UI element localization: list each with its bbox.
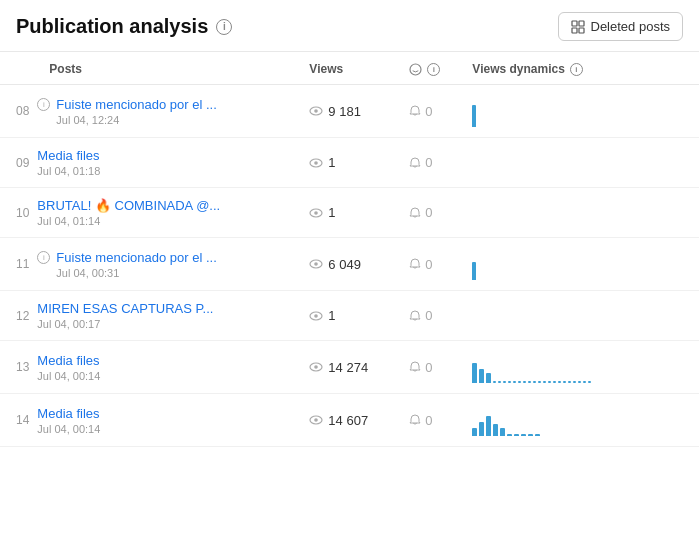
bar-segment <box>563 381 566 383</box>
bar-segment <box>472 105 476 127</box>
publications-table: Posts Views i Views dyn <box>0 52 699 447</box>
reaction-icon <box>409 157 421 169</box>
row-dynamics <box>456 341 699 394</box>
row-reactions: 0 <box>393 85 456 138</box>
svg-rect-0 <box>572 21 577 26</box>
table-row: 11iFuiste mencionado por el ...Jul 04, 0… <box>0 238 699 291</box>
post-date: Jul 04, 01:14 <box>37 215 220 227</box>
bar-segment <box>583 381 586 383</box>
bar-segment <box>472 262 476 280</box>
row-dynamics <box>456 188 699 238</box>
reactions-count: 0 <box>425 360 432 375</box>
table-container: Posts Views i Views dyn <box>0 52 699 542</box>
bar-chart <box>472 351 683 383</box>
row-num: 14 <box>0 394 33 447</box>
row-views: 9 181 <box>293 85 393 138</box>
eye-icon <box>309 309 323 323</box>
reactions-count: 0 <box>425 205 432 220</box>
bar-segment <box>588 381 591 383</box>
grid-icon <box>571 20 585 34</box>
svg-point-10 <box>315 211 319 215</box>
row-post-cell: Media filesJul 04, 00:14 <box>33 394 293 447</box>
svg-point-6 <box>315 109 319 113</box>
bar-segment <box>521 434 526 436</box>
svg-point-18 <box>315 418 319 422</box>
bar-segment <box>523 381 526 383</box>
bar-segment <box>498 381 501 383</box>
row-num: 08 <box>0 85 33 138</box>
table-body: 08iFuiste mencionado por el ...Jul 04, 1… <box>0 85 699 447</box>
post-info-icon[interactable]: i <box>37 98 50 111</box>
dynamics-info-icon[interactable]: i <box>570 63 583 76</box>
reactions-count: 0 <box>425 257 432 272</box>
row-reactions: 0 <box>393 138 456 188</box>
eye-icon <box>309 206 323 220</box>
row-post-cell: MIREN ESAS CAPTURAS P...Jul 04, 00:17 <box>33 291 293 341</box>
col-num <box>0 52 33 85</box>
title-info-icon[interactable]: i <box>216 19 232 35</box>
bar-segment <box>543 381 546 383</box>
row-dynamics <box>456 85 699 138</box>
row-num: 10 <box>0 188 33 238</box>
bar-segment <box>472 428 477 436</box>
bar-segment <box>493 381 496 383</box>
row-views: 1 <box>293 138 393 188</box>
reaction-icon <box>409 414 421 426</box>
bar-segment <box>507 434 512 436</box>
bar-segment <box>479 369 484 383</box>
eye-icon <box>309 360 323 374</box>
table-row: 08iFuiste mencionado por el ...Jul 04, 1… <box>0 85 699 138</box>
reaction-icon <box>409 207 421 219</box>
row-num: 12 <box>0 291 33 341</box>
post-title[interactable]: Fuiste mencionado por el ... <box>56 97 216 112</box>
post-title[interactable]: Media files <box>37 148 100 163</box>
row-post-cell: Media filesJul 04, 01:18 <box>33 138 293 188</box>
post-title[interactable]: Media files <box>37 406 100 421</box>
table-row: 14Media filesJul 04, 00:1414 6070 <box>0 394 699 447</box>
row-reactions: 0 <box>393 394 456 447</box>
col-dynamics-header: Views dynamics i <box>456 52 699 85</box>
row-views: 6 049 <box>293 238 393 291</box>
col-reactions-info-icon[interactable]: i <box>427 63 440 76</box>
eye-icon <box>309 104 323 118</box>
bar-segment <box>472 363 477 383</box>
svg-point-16 <box>315 365 319 369</box>
bar-segment <box>528 381 531 383</box>
svg-point-4 <box>410 64 421 75</box>
bar-segment <box>493 424 498 436</box>
table-row: 13Media filesJul 04, 00:1414 2740 <box>0 341 699 394</box>
svg-point-8 <box>315 161 319 165</box>
post-date: Jul 04, 00:14 <box>37 370 100 382</box>
views-count: 9 181 <box>328 104 361 119</box>
bar-segment <box>503 381 506 383</box>
reactions-header-icon <box>409 63 422 76</box>
row-views: 1 <box>293 291 393 341</box>
row-post-cell: iFuiste mencionado por el ...Jul 04, 12:… <box>33 85 293 138</box>
views-count: 6 049 <box>328 257 361 272</box>
post-title[interactable]: MIREN ESAS CAPTURAS P... <box>37 301 213 316</box>
col-reactions-header: i <box>393 52 456 85</box>
row-views: 1 <box>293 188 393 238</box>
eye-icon <box>309 257 323 271</box>
table-header-row: Posts Views i Views dyn <box>0 52 699 85</box>
page-title-group: Publication analysis i <box>16 15 232 38</box>
table-row: 09Media filesJul 04, 01:1810 <box>0 138 699 188</box>
row-reactions: 0 <box>393 341 456 394</box>
eye-icon <box>309 413 323 427</box>
row-num: 09 <box>0 138 33 188</box>
post-date: Jul 04, 01:18 <box>37 165 100 177</box>
row-post-cell: iFuiste mencionado por el ...Jul 04, 00:… <box>33 238 293 291</box>
post-info-icon[interactable]: i <box>37 251 50 264</box>
post-date: Jul 04, 00:17 <box>37 318 213 330</box>
bar-chart <box>472 248 683 280</box>
post-title[interactable]: BRUTAL! 🔥 COMBINADA @... <box>37 198 220 213</box>
post-title[interactable]: Fuiste mencionado por el ... <box>56 250 216 265</box>
views-count: 1 <box>328 308 335 323</box>
bar-segment <box>514 434 519 436</box>
post-title[interactable]: Media files <box>37 353 100 368</box>
views-count: 14 274 <box>328 360 368 375</box>
bar-chart <box>472 404 683 436</box>
bar-segment <box>568 381 571 383</box>
deleted-posts-button[interactable]: Deleted posts <box>558 12 684 41</box>
col-views-header: Views <box>293 52 393 85</box>
